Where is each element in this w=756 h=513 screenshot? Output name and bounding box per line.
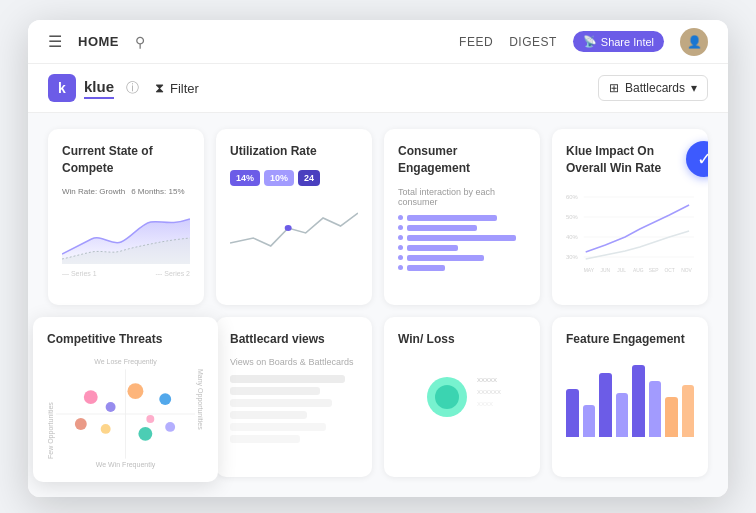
- battlecard-content: [230, 375, 358, 443]
- feature-bar-7: [665, 397, 678, 437]
- nav-home-label[interactable]: HOME: [78, 34, 119, 49]
- chart-legend-1: — Series 1: [62, 270, 97, 277]
- feature-bar-6: [649, 381, 662, 437]
- feature-bar-1: [566, 389, 579, 437]
- svg-point-25: [165, 422, 175, 432]
- bar-row-4: [398, 245, 526, 251]
- svg-point-0: [285, 225, 292, 231]
- util-badge-1: 14%: [230, 170, 260, 186]
- bar-row-5: [398, 255, 526, 261]
- info-icon[interactable]: ⓘ: [126, 79, 139, 97]
- svg-point-23: [101, 424, 111, 434]
- bar-dot-2: [398, 225, 403, 230]
- bar-row-1: [398, 215, 526, 221]
- hamburger-icon[interactable]: ☰: [48, 32, 62, 51]
- svg-text:SEP: SEP: [649, 268, 660, 273]
- svg-text:MAY: MAY: [584, 268, 595, 273]
- svg-text:60%: 60%: [566, 194, 579, 200]
- sub-toolbar: k klue ⓘ ⧗ Filter ⊞ Battlecards ▾: [28, 64, 728, 113]
- competitive-title: Competitive Threats: [47, 331, 204, 348]
- svg-point-22: [75, 418, 87, 430]
- win-loss-card: Win/ Loss xxxxx xxxxxx xxxx: [384, 317, 540, 477]
- bar-row-6: [398, 265, 526, 271]
- blur-line-3: [230, 399, 332, 407]
- blur-line-1: [230, 375, 345, 383]
- app-name-label: klue: [84, 78, 114, 99]
- feed-link[interactable]: FEED: [459, 35, 493, 49]
- bar-dot-5: [398, 255, 403, 260]
- consumer-subtitle: Total interaction by each consumer: [398, 187, 526, 207]
- svg-point-26: [146, 415, 154, 423]
- svg-point-28: [435, 385, 459, 409]
- current-state-card: Current State of Compete Win Rate: Growt…: [48, 129, 204, 305]
- svg-text:JUN: JUN: [600, 268, 610, 273]
- consumer-title: Consumer Engagement: [398, 143, 526, 177]
- win-loss-chart: xxxxx xxxxxx xxxx: [417, 362, 507, 432]
- svg-text:xxxx: xxxx: [477, 399, 493, 408]
- nav-bar: ☰ HOME ⚲ FEED DIGEST 📡 Share Intel 👤: [28, 20, 728, 64]
- blur-line-4: [230, 411, 307, 419]
- digest-link[interactable]: DIGEST: [509, 35, 557, 49]
- competitive-right-label: Many Opportunities: [197, 369, 204, 459]
- competitive-scatter-chart: [56, 369, 195, 459]
- blur-line-5: [230, 423, 326, 431]
- bar-dot-3: [398, 235, 403, 240]
- filter-button[interactable]: ⧗ Filter: [155, 80, 199, 96]
- svg-point-24: [138, 427, 152, 441]
- bar-fill-6: [407, 265, 445, 271]
- competitive-threats-card: Competitive Threats We Lose Frequently F…: [33, 317, 218, 482]
- current-state-title: Current State of Compete: [62, 143, 190, 177]
- dashboard: Current State of Compete Win Rate: Growt…: [28, 113, 728, 497]
- feature-bar-2: [583, 405, 596, 437]
- battlecards-button[interactable]: ⊞ Battlecards ▾: [598, 75, 708, 101]
- filter-icon: ⧗: [155, 80, 164, 96]
- win-loss-title: Win/ Loss: [398, 331, 526, 348]
- bar-row-3: [398, 235, 526, 241]
- area-chart: [62, 204, 190, 264]
- share-icon: 📡: [583, 35, 597, 48]
- svg-text:40%: 40%: [566, 234, 579, 240]
- svg-text:xxxxxx: xxxxxx: [477, 387, 501, 396]
- svg-point-20: [127, 383, 143, 399]
- battlecard-title: Battlecard views: [230, 331, 358, 348]
- bar-dot-4: [398, 245, 403, 250]
- chevron-down-icon: ▾: [691, 81, 697, 95]
- svg-text:NOV: NOV: [681, 268, 692, 273]
- competitive-left-label: Few Opportunities: [47, 369, 54, 459]
- competitive-top-label: We Lose Frequently: [47, 358, 204, 365]
- search-icon[interactable]: ⚲: [135, 34, 145, 50]
- feature-title: Feature Engagement: [566, 331, 694, 348]
- feature-bars: [566, 357, 694, 437]
- bar-fill-4: [407, 245, 458, 251]
- klue-impact-card: Klue Impact On Overall Win Rate 60% 50% …: [552, 129, 708, 305]
- bar-fill-5: [407, 255, 484, 261]
- utilization-chart: [230, 198, 358, 253]
- utilization-card: Utilization Rate 14% 10% 24: [216, 129, 372, 305]
- filter-label: Filter: [170, 81, 199, 96]
- blur-line-2: [230, 387, 320, 395]
- svg-text:AUG: AUG: [633, 268, 644, 273]
- bar-dot-1: [398, 215, 403, 220]
- svg-text:50%: 50%: [566, 214, 579, 220]
- bar-row-2: [398, 225, 526, 231]
- feature-bar-8: [682, 385, 695, 437]
- stat1: Win Rate: Growth: [62, 187, 125, 196]
- share-intel-button[interactable]: 📡 Share Intel: [573, 31, 664, 52]
- svg-text:xxxxx: xxxxx: [477, 375, 497, 384]
- competitive-bottom-label: We Win Frequently: [47, 461, 204, 468]
- klue-impact-chart: 60% 50% 40% 30% MAY JUN JUL AUG SEP OC: [566, 187, 694, 287]
- utilization-title: Utilization Rate: [230, 143, 358, 160]
- feature-bar-5: [632, 365, 645, 437]
- consumer-bars: [398, 215, 526, 271]
- bar-fill-3: [407, 235, 516, 241]
- win-loss-content: xxxxx xxxxxx xxxx: [398, 357, 526, 437]
- feature-engagement-card: Feature Engagement: [552, 317, 708, 477]
- util-badge-2: 10%: [264, 170, 294, 186]
- feature-bar-3: [599, 373, 612, 437]
- blur-line-6: [230, 435, 300, 443]
- util-badges: 14% 10% 24: [230, 170, 358, 186]
- avatar[interactable]: 👤: [680, 28, 708, 56]
- bar-dot-6: [398, 265, 403, 270]
- battlecards-label: Battlecards: [625, 81, 685, 95]
- bar-fill-1: [407, 215, 497, 221]
